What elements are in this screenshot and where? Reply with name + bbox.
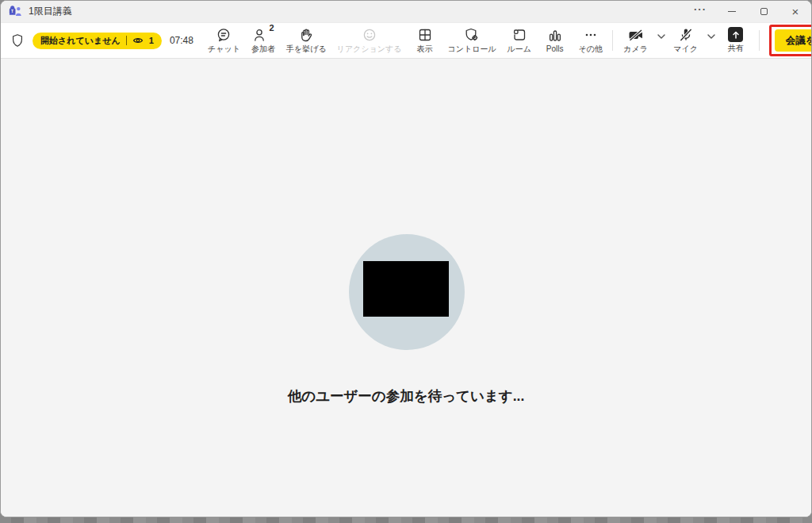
waiting-message: 他のユーザーの参加を待っています... — [1, 386, 811, 406]
share-button[interactable]: 共有 — [719, 25, 753, 56]
gallery-grid-icon — [417, 27, 433, 43]
mic-button[interactable]: マイク — [669, 25, 703, 56]
titlebar-more-button[interactable]: ··· — [684, 1, 716, 22]
minimize-button[interactable] — [716, 1, 748, 22]
more-ellipsis-icon — [583, 27, 599, 43]
raise-hand-label: 手を挙げる — [286, 44, 327, 55]
react-button: リアクションする — [333, 25, 406, 56]
minimize-icon — [728, 11, 736, 12]
chevron-down-icon — [707, 33, 716, 40]
share-label: 共有 — [728, 43, 744, 54]
close-icon: × — [792, 5, 799, 18]
meeting-status-group: 開始されていません 1 07:48 — [10, 33, 204, 49]
start-meeting-button[interactable]: 会議を開始 — [775, 29, 812, 52]
shield-icon — [10, 33, 25, 48]
meeting-timer: 07:48 — [170, 35, 193, 46]
participants-icon — [252, 27, 268, 43]
eye-icon — [132, 36, 144, 45]
mic-options-chevron[interactable] — [705, 27, 718, 44]
shield-gear-icon — [464, 27, 480, 43]
chevron-down-icon — [657, 33, 666, 40]
rooms-label: ルーム — [507, 44, 530, 55]
meeting-window: T 1限目講義 ··· × 開始されていません 1 07:48 — [0, 0, 812, 517]
raise-hand-icon — [298, 27, 314, 43]
redacted-avatar-image — [363, 261, 449, 317]
participant-avatar — [349, 234, 465, 350]
toolbar-divider — [759, 30, 760, 51]
more-button[interactable]: その他 — [574, 25, 607, 56]
chat-icon — [216, 27, 232, 43]
window-title: 1限目講義 — [29, 5, 72, 18]
breakout-rooms-icon — [511, 27, 527, 43]
react-label: リアクションする — [337, 44, 402, 55]
polls-bars-icon — [547, 28, 563, 44]
pill-divider — [126, 36, 127, 45]
meeting-stage: 他のユーザーの参加を待っています... — [1, 59, 811, 517]
mic-combo: マイク — [669, 25, 718, 56]
toolbar-divider — [612, 30, 613, 51]
meeting-status-pill: 開始されていません 1 — [33, 33, 162, 49]
meeting-toolbar: 開始されていません 1 07:48 チャット — [1, 23, 811, 59]
mic-label: マイク — [673, 44, 698, 55]
polls-button[interactable]: Polls — [538, 26, 572, 55]
view-label: 表示 — [417, 44, 433, 55]
polls-label: Polls — [546, 44, 564, 53]
toolbar-right-group: カメラ マイク — [607, 25, 812, 56]
camera-label: カメラ — [623, 44, 648, 55]
close-button[interactable]: × — [779, 1, 811, 22]
participants-label: 参加者 — [251, 44, 275, 55]
rooms-button[interactable]: ルーム — [503, 25, 536, 56]
control-label: コントロール — [448, 44, 496, 55]
chat-label: チャット — [208, 44, 240, 55]
red-highlight-annotation: 会議を開始 — [769, 25, 812, 56]
maximize-button[interactable] — [748, 1, 779, 22]
title-bar: T 1限目講義 ··· × — [1, 1, 811, 23]
share-icon — [728, 27, 743, 42]
teams-app-icon: T — [9, 5, 22, 18]
mic-off-icon — [678, 27, 694, 43]
viewer-count: 1 — [149, 36, 154, 45]
participants-button[interactable]: 2 参加者 — [247, 25, 280, 56]
meeting-status-label: 開始されていません — [40, 35, 121, 47]
toolbar-center-group: チャット 2 参加者 手を挙げる — [204, 25, 607, 56]
camera-off-icon — [627, 27, 645, 43]
camera-options-chevron[interactable] — [655, 27, 668, 44]
camera-button[interactable]: カメラ — [619, 25, 653, 56]
more-label: その他 — [578, 44, 602, 55]
camera-combo: カメラ — [619, 25, 668, 56]
chat-button[interactable]: チャット — [204, 25, 244, 56]
raise-hand-button[interactable]: 手を挙げる — [282, 25, 331, 56]
reaction-smiley-icon — [362, 27, 377, 43]
participants-count: 2 — [269, 23, 274, 33]
maximize-icon — [760, 8, 768, 15]
view-button[interactable]: 表示 — [408, 25, 442, 56]
control-button[interactable]: コントロール — [444, 25, 500, 56]
